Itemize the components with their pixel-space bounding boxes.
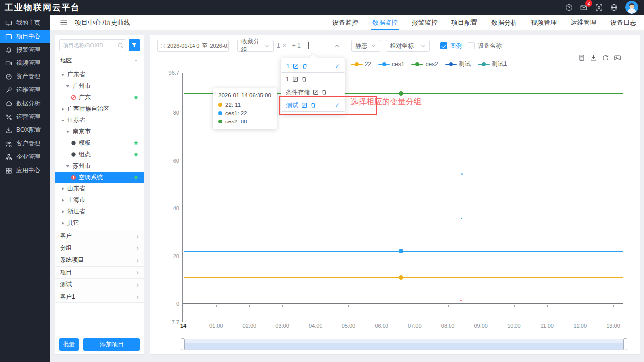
datazoom-selection[interactable]	[183, 343, 625, 349]
legend-item[interactable]: ces1	[378, 61, 404, 68]
tab-device-log[interactable]: 设备日志	[610, 15, 636, 30]
tab-device-monitor[interactable]: 设备监控	[332, 15, 358, 30]
legend-item[interactable]: 测试	[445, 60, 471, 68]
edit-icon[interactable]	[293, 63, 299, 69]
datazoom-slider[interactable]	[182, 339, 626, 350]
data-view-icon[interactable]	[578, 54, 585, 61]
coordinate-select[interactable]: 相对坐标	[386, 40, 430, 52]
tree-item-nanjing-city[interactable]: 南京市	[55, 126, 144, 137]
caret-down-icon[interactable]	[65, 84, 70, 89]
caret-down-icon[interactable]	[60, 72, 65, 77]
tree-section-customer1[interactable]: 客户1›	[55, 291, 144, 303]
mode-select[interactable]: 静态	[351, 40, 380, 52]
tree-item-jiangsu-province[interactable]: 江苏省	[55, 115, 144, 126]
variable-group-multiselect[interactable]: 1 × + 1	[277, 40, 351, 52]
edit-icon[interactable]	[292, 76, 298, 82]
favorite-group-select[interactable]: 收藏分组	[237, 40, 274, 52]
caret-down-icon[interactable]	[65, 164, 70, 169]
tree-item-other[interactable]: 其它	[55, 217, 144, 229]
sidebar-item-operation[interactable]: 运营管理	[0, 110, 50, 123]
tab-project-config[interactable]: 项目配置	[451, 15, 477, 30]
datazoom-left-handle[interactable]	[181, 338, 185, 350]
sidebar-item-box-config[interactable]: BOX配置	[0, 123, 50, 137]
trash-icon[interactable]	[310, 102, 316, 108]
sidebar-item-app-center[interactable]: 应用中心	[0, 164, 50, 177]
sidebar-item-project-center[interactable]: 项目中心	[0, 30, 50, 43]
caret-right-icon[interactable]	[60, 186, 65, 191]
tree-section-system-project[interactable]: 系统项目›	[55, 254, 144, 267]
tree-item-guangxi[interactable]: 广西壮族自治区	[55, 103, 144, 115]
star-icon[interactable]	[133, 175, 139, 180]
refresh-icon[interactable]	[602, 54, 609, 61]
search-input[interactable]	[60, 40, 126, 51]
sidebar-item-maintenance[interactable]: 运维管理	[0, 83, 50, 97]
caret-right-icon[interactable]	[60, 209, 65, 214]
tree-item-template-project[interactable]: 模板	[55, 137, 144, 149]
batch-button[interactable]: 批量	[59, 338, 79, 351]
save-image-icon[interactable]	[614, 54, 621, 61]
sidebar-item-home[interactable]: 我的主页	[0, 16, 50, 30]
sidebar-item-video[interactable]: 视频管理	[0, 57, 50, 70]
tree-section-project[interactable]: 项目›	[55, 267, 144, 279]
x-axis-tick	[216, 305, 217, 307]
caret-down-icon[interactable]	[65, 129, 70, 134]
caret-right-icon[interactable]	[60, 221, 65, 226]
tab-ops-mgmt[interactable]: 运维管理	[571, 15, 596, 30]
legend-item[interactable]: 22	[351, 61, 371, 68]
tree-item-shanghai[interactable]: 上海市	[55, 194, 144, 206]
trash-icon[interactable]	[322, 89, 327, 95]
legend-checkbox[interactable]: 图例	[440, 42, 462, 50]
legend-item[interactable]: ces2	[411, 61, 438, 68]
star-icon[interactable]	[133, 140, 139, 146]
tree-section-customer[interactable]: 客户›	[55, 230, 144, 242]
sidebar-item-data-analysis[interactable]: 数据分析	[0, 97, 50, 110]
help-icon[interactable]	[565, 4, 573, 11]
menu-toggle-icon[interactable]	[60, 19, 67, 26]
tree-item-guangdong-province[interactable]: 广东省	[55, 69, 144, 80]
mail-icon[interactable]: 2	[580, 4, 588, 11]
tree-item-hvac-system[interactable]: 空调系统	[55, 172, 144, 183]
download-icon[interactable]	[590, 54, 597, 61]
tree-item-guangdong-project[interactable]: 广东	[55, 92, 144, 103]
sidebar-item-alarm[interactable]: 报警管理	[0, 43, 50, 57]
star-icon[interactable]	[133, 95, 139, 100]
tab-alarm-monitor[interactable]: 报警监控	[412, 15, 438, 30]
tree-group-header[interactable]: 地区	[55, 54, 144, 67]
date-range-picker[interactable]: 2026-01-14 0 至 2026-01-14 2	[157, 40, 229, 52]
trash-icon[interactable]	[301, 76, 307, 82]
tree-item-shandong[interactable]: 山东省	[55, 183, 144, 194]
globe-icon[interactable]	[610, 4, 618, 11]
tree-item-zhejiang[interactable]: 浙江省	[55, 206, 144, 217]
device-name-checkbox[interactable]: 设备名称	[468, 42, 502, 50]
dropdown-item-group-1b[interactable]: 1	[281, 73, 345, 86]
scan-corners-icon[interactable]	[595, 4, 603, 11]
dropdown-item-group-1a[interactable]: 1✓	[281, 60, 345, 73]
filter-button[interactable]	[129, 39, 140, 51]
tab-video-mgmt[interactable]: 视频管理	[531, 15, 557, 30]
sidebar-item-enterprise[interactable]: 企业管理	[0, 150, 50, 164]
tree-section-group[interactable]: 分组›	[55, 242, 144, 255]
edit-icon[interactable]	[313, 89, 319, 95]
tree-section-test[interactable]: 测试›	[55, 279, 144, 291]
tree-item-scada-project[interactable]: 组态	[55, 149, 144, 160]
tab-data-monitor[interactable]: 数据监控	[372, 15, 398, 30]
sidebar-item-asset[interactable]: 资产管理	[0, 70, 50, 83]
search-icon[interactable]	[117, 42, 124, 49]
caret-down-icon[interactable]	[60, 118, 65, 123]
tree-item-suzhou-city[interactable]: 苏州市	[55, 160, 144, 172]
caret-right-icon[interactable]	[60, 198, 65, 203]
avatar[interactable]	[625, 1, 638, 14]
tag-remove-icon[interactable]: ×	[283, 42, 286, 49]
edit-icon[interactable]	[301, 102, 307, 108]
trash-icon[interactable]	[302, 63, 308, 69]
tab-data-analysis[interactable]: 数据分析	[491, 15, 517, 30]
tree-item-guangzhou-city[interactable]: 广州市	[55, 80, 144, 92]
legend-item[interactable]: 测试1	[478, 60, 507, 68]
caret-right-icon[interactable]	[60, 107, 65, 112]
add-project-button[interactable]: 添加项目	[83, 338, 140, 351]
star-icon[interactable]	[133, 152, 139, 157]
sidebar-item-customer[interactable]: 客户管理	[0, 137, 50, 150]
dropdown-item-condition-storage[interactable]: 条件存储	[281, 86, 345, 99]
datazoom-right-handle[interactable]	[623, 338, 627, 350]
dropdown-item-test-group[interactable]: 测试✓	[281, 99, 345, 112]
